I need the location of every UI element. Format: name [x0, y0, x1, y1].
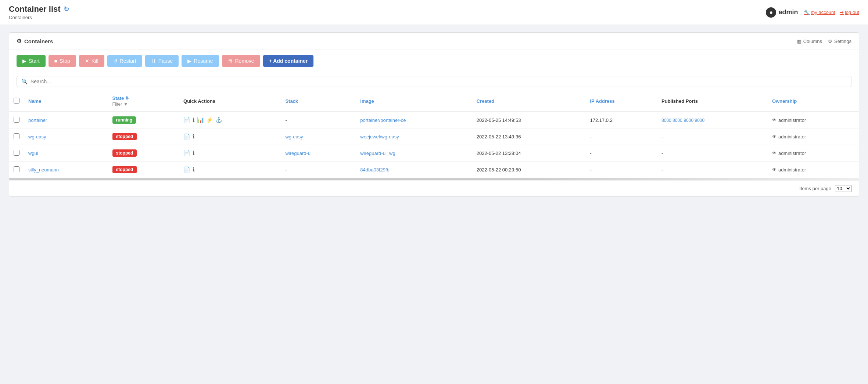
ip-address-cell: -	[585, 162, 657, 178]
container-name-link[interactable]: silly_neumann	[28, 167, 59, 173]
wrench-icon: 🔧	[804, 10, 810, 15]
quick-action-icon-4[interactable]: ⚓	[215, 117, 222, 123]
select-all-checkbox[interactable]	[14, 98, 19, 104]
col-header-stack[interactable]: Stack	[281, 91, 356, 112]
main-content: ⚙ Containers ▦ Columns ⚙ Settings ▶ Star…	[0, 25, 868, 204]
state-badge: stopped	[112, 149, 137, 157]
ip-address-cell: -	[585, 145, 657, 162]
table-body: portainerrunning📄ℹ📊⚡⚓-portainer/portaine…	[9, 112, 859, 178]
ownership-label: administrator	[778, 167, 806, 173]
image-link[interactable]: 84dba03f29fb	[360, 167, 390, 173]
ownership-cell: 👁administrator	[772, 151, 854, 156]
breadcrumb: Containers	[9, 15, 69, 20]
containers-panel: ⚙ Containers ▦ Columns ⚙ Settings ▶ Star…	[9, 32, 859, 197]
table-header-row: Name State ⇅ Filter ▼	[9, 91, 859, 112]
settings-button[interactable]: ⚙ Settings	[828, 39, 851, 44]
page-title-text: Container list	[9, 4, 61, 14]
col-header-created[interactable]: Created	[472, 91, 586, 112]
quick-action-icon-0[interactable]: 📄	[183, 117, 190, 123]
row-checkbox[interactable]	[14, 117, 19, 123]
image-link[interactable]: weejewel/wg-easy	[360, 134, 399, 140]
quick-action-icon-1[interactable]: ℹ	[193, 150, 195, 156]
col-header-quick-actions: Quick Actions	[179, 91, 281, 112]
row-checkbox[interactable]	[14, 150, 19, 156]
stack-cell: -	[281, 112, 356, 128]
col-header-image[interactable]: Image	[356, 91, 472, 112]
items-per-page-label: Items per page	[799, 186, 831, 191]
containers-table-wrap: Name State ⇅ Filter ▼	[9, 91, 859, 178]
quick-action-icon-3[interactable]: ⚡	[206, 117, 213, 123]
col-header-name[interactable]: Name	[24, 91, 108, 112]
ownership-icon: 👁	[772, 151, 776, 156]
container-name-link[interactable]: portainer	[28, 117, 47, 123]
pause-button[interactable]: ⏸ Pause	[145, 55, 179, 67]
col-header-state[interactable]: State ⇅ Filter ▼	[108, 91, 179, 112]
quick-actions-cell: 📄ℹ	[183, 166, 276, 173]
col-header-ip[interactable]: IP Address	[585, 91, 657, 112]
stop-icon: ■	[54, 58, 57, 64]
my-account-link[interactable]: 🔧 my account	[804, 10, 835, 15]
table-row: wguistopped📄ℹwireguard-uiwireguard-ui_wg…	[9, 145, 859, 162]
resume-button[interactable]: ▶ Resume	[182, 55, 219, 67]
stack-cell: -	[281, 162, 356, 178]
quick-action-icon-0[interactable]: 📄	[183, 150, 190, 156]
restart-icon: ↺	[113, 58, 118, 64]
quick-action-icon-2[interactable]: 📊	[197, 117, 204, 123]
panel-header-actions: ▦ Columns ⚙ Settings	[797, 39, 851, 44]
stack-cell: wireguard-ui	[281, 145, 356, 162]
start-button[interactable]: ▶ Start	[17, 55, 46, 67]
col-header-ownership[interactable]: Ownership	[768, 91, 859, 112]
created-cell: 2022-05-22 13:49:36	[472, 128, 586, 145]
table-row: wg-easystopped📄ℹwg-easyweejewel/wg-easy2…	[9, 128, 859, 145]
pause-icon: ⏸	[151, 58, 156, 64]
container-name-link[interactable]: wg-easy	[28, 134, 46, 140]
quick-action-icon-1[interactable]: ℹ	[193, 166, 195, 173]
quick-action-icon-1[interactable]: ℹ	[193, 133, 195, 140]
quick-actions-cell: 📄ℹ📊⚡⚓	[183, 117, 276, 123]
quick-action-icon-1[interactable]: ℹ	[193, 117, 195, 123]
search-bar: 🔍	[9, 72, 859, 91]
ownership-icon: 👁	[772, 134, 776, 139]
items-per-page-select[interactable]: 102550100	[835, 185, 851, 192]
header-left: Container list ↻ Containers	[9, 4, 69, 20]
kill-button[interactable]: ✕ Kill	[79, 55, 104, 67]
refresh-icon[interactable]: ↻	[64, 5, 69, 13]
quick-actions-cell: 📄ℹ	[183, 133, 276, 140]
state-sort-icon: ⇅	[125, 96, 129, 101]
quick-action-icon-0[interactable]: 📄	[183, 166, 190, 173]
published-ports-cell: -	[657, 128, 768, 145]
log-out-link[interactable]: ➡ log out	[840, 10, 859, 15]
panel-title-text: Containers	[24, 38, 53, 44]
resume-icon: ▶	[187, 58, 191, 64]
remove-button[interactable]: 🗑 Remove	[222, 55, 260, 67]
panel-footer: Items per page 102550100	[9, 180, 859, 196]
created-cell: 2022-05-22 13:28:04	[472, 145, 586, 162]
columns-button[interactable]: ▦ Columns	[797, 39, 822, 44]
image-link[interactable]: portainer/portainer-ce	[360, 117, 406, 123]
ownership-cell: 👁administrator	[772, 134, 854, 140]
header-links: 🔧 my account ➡ log out	[804, 10, 859, 15]
header: Container list ↻ Containers ● admin 🔧 my…	[0, 0, 868, 25]
row-checkbox[interactable]	[14, 166, 19, 172]
quick-action-icon-0[interactable]: 📄	[183, 133, 190, 140]
image-link[interactable]: wireguard-ui_wg	[360, 151, 395, 156]
port-link-2[interactable]: 9000:9000	[684, 118, 704, 123]
port-link-1[interactable]: 8000:8000	[661, 118, 682, 123]
container-name-link[interactable]: wgui	[28, 151, 38, 156]
stack-cell: wg-easy	[281, 128, 356, 145]
filter-icon: ▼	[123, 102, 128, 107]
select-all-header	[9, 91, 24, 112]
ownership-label: administrator	[778, 134, 806, 140]
state-badge: stopped	[112, 133, 137, 140]
stop-button[interactable]: ■ Stop	[49, 55, 76, 67]
search-input[interactable]	[31, 79, 847, 84]
columns-icon: ▦	[797, 39, 801, 44]
ownership-icon: 👁	[772, 167, 776, 172]
row-checkbox[interactable]	[14, 133, 19, 139]
restart-button[interactable]: ↺ Restart	[107, 55, 142, 67]
page-title: Container list ↻	[9, 4, 69, 14]
header-right: ● admin 🔧 my account ➡ log out	[766, 7, 859, 18]
search-icon: 🔍	[21, 79, 28, 84]
add-container-button[interactable]: + Add container	[263, 55, 314, 67]
containers-icon: ⚙	[17, 38, 21, 44]
